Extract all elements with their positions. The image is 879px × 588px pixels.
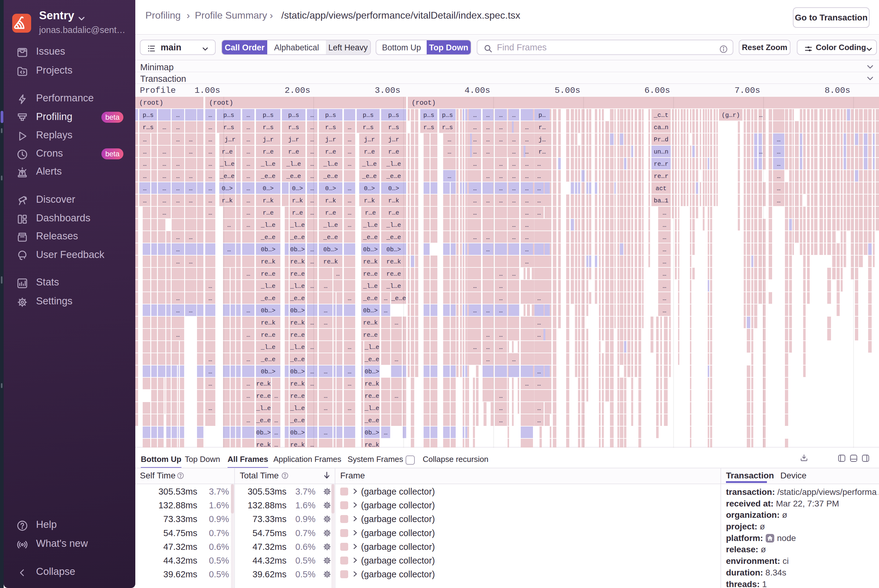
svg-text:r…e: r…e [388,209,399,216]
svg-text:r…e: r…e [325,209,336,216]
svg-text:_e…e: _e…e [362,173,377,180]
svg-text:_e…e: _e…e [323,234,338,241]
svg-text:…: … [525,160,529,168]
svg-text:…: … [512,136,515,143]
svg-text:…: … [189,307,192,314]
svg-text:re…e: re…e [386,270,401,278]
svg-text:un…n: un…n [654,148,668,155]
svg-text:_l…e: _l…e [290,405,305,412]
svg-text:…: … [208,173,212,180]
svg-text:r…e: r…e [263,148,273,155]
svg-text:_l…e: _l…e [386,160,401,168]
svg-text:_l…e: _l…e [323,160,338,168]
svg-text:…: … [777,197,780,204]
svg-text:_e…e: _e…e [363,295,378,302]
svg-text:…: … [759,148,763,155]
svg-text:r…e: r…e [292,209,303,216]
svg-text:…: … [499,160,503,168]
svg-text:_l…e: _l…e [290,344,305,351]
svg-text:…: … [384,307,388,314]
svg-text:_e…e: _e…e [260,295,275,302]
svg-text:…: … [347,197,351,204]
svg-text:…: … [176,112,180,119]
svg-text:_l…e: _l…e [363,222,378,229]
svg-text:_e…e: _e…e [391,295,406,302]
svg-text:re…k: re…k [386,258,401,265]
svg-text:…: … [162,124,166,131]
svg-text:…: … [310,368,314,375]
svg-text:…: … [347,160,351,168]
svg-text:_l…e: _l…e [290,283,305,290]
svg-text:…: … [162,197,166,204]
svg-text:_l…e: _l…e [260,344,275,351]
svg-text:…: … [246,148,250,155]
svg-text:0…>: 0…> [292,185,303,192]
svg-text:_l…e: _l…e [260,222,275,229]
svg-text:(root): (root) [412,99,436,107]
svg-text:…: … [208,160,212,168]
svg-text:…: … [537,368,541,375]
svg-text:…: … [310,320,314,326]
svg-text:j…r: j…r [325,136,336,143]
svg-text:…: … [143,160,147,168]
svg-text:re…k: re…k [290,320,305,326]
svg-text:…: … [246,185,250,192]
svg-text:_e…e: _e…e [364,417,379,424]
svg-text:…: … [499,283,503,290]
svg-text:_e…e: _e…e [260,173,275,180]
svg-text:…: … [663,246,666,253]
svg-text:…: … [512,356,515,363]
svg-text:…: … [537,160,541,168]
svg-text:…: … [208,136,212,143]
svg-text:r…e: r…e [365,209,376,216]
svg-text:…: … [512,185,515,192]
svg-text:0b…>: 0b…> [290,368,305,375]
svg-text:…: … [176,295,180,302]
svg-text:…: … [208,112,212,119]
svg-text:0b…>: 0b…> [363,246,378,253]
svg-text:…: … [347,148,351,155]
svg-text:p…s: p…s [362,112,374,119]
svg-text:…: … [499,344,503,351]
svg-text:…: … [525,258,529,265]
svg-text:r…k: r…k [325,197,336,204]
svg-text:…: … [663,222,666,229]
svg-text:…: … [176,124,180,131]
svg-text:0…>: 0…> [364,185,375,192]
svg-text:j…r: j…r [263,136,273,143]
svg-text:…: … [227,246,231,253]
svg-text:…: … [537,380,541,387]
svg-text:…: … [324,283,328,290]
svg-text:ba…1: ba…1 [654,197,668,204]
svg-text:…: … [499,295,503,302]
svg-text:…: … [246,197,250,204]
svg-text:p…s: p…s [442,112,453,119]
svg-text:…: … [347,222,351,229]
svg-text:…: … [473,283,477,290]
svg-text:…: … [324,405,328,412]
svg-text:…: … [448,148,451,155]
svg-text:_e…e: _e…e [290,295,305,302]
svg-text:r…k: r…k [364,197,375,204]
svg-text:0b…>: 0b…> [363,307,378,314]
svg-text:…: … [143,173,147,180]
svg-text:0…>: 0…> [263,185,273,192]
svg-text:r…k: r…k [388,197,399,204]
svg-text:…: … [448,136,451,143]
svg-text:re…e: re…e [256,393,271,400]
svg-text:…: … [499,136,503,143]
svg-text:…: … [473,112,477,119]
svg-text:…: … [473,344,477,351]
svg-text:…: … [324,307,328,314]
svg-text:…: … [246,124,250,131]
svg-text:…: … [176,197,180,204]
svg-text:…: … [310,112,314,119]
svg-text:…: … [473,136,477,143]
svg-text:p…s: p…s [325,112,336,119]
svg-text:…: … [512,222,515,229]
svg-text:…: … [499,185,503,192]
svg-text:…: … [208,283,212,290]
svg-text:_e…e: _e…e [290,234,305,241]
svg-text:…: … [663,258,666,265]
svg-text:…: … [486,234,490,241]
